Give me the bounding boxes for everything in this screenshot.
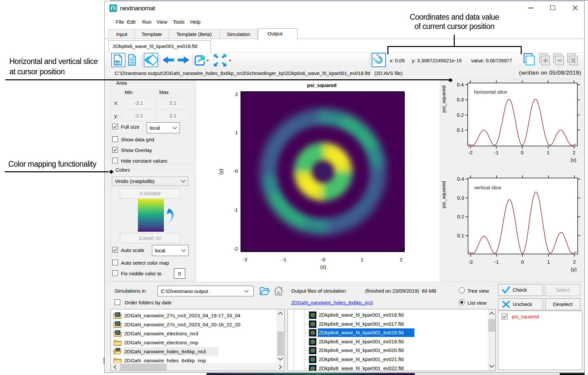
svg-text:-1: -1: [494, 150, 498, 155]
svg-text:0.1: 0.1: [457, 233, 464, 238]
svg-text:horizontal slice: horizontal slice: [474, 89, 507, 95]
svg-text:0.2: 0.2: [457, 112, 464, 118]
svg-text:(y): (y): [571, 266, 577, 272]
svg-text:(x): (x): [571, 157, 577, 163]
svg-text:0.4: 0.4: [457, 176, 464, 182]
svg-text:0.1: 0.1: [457, 127, 464, 133]
svg-text:-1: -1: [494, 259, 499, 265]
svg-text:-2: -2: [234, 246, 238, 252]
svg-text:vertical slice: vertical slice: [474, 185, 501, 190]
svg-text:1: 1: [361, 257, 363, 262]
svg-text:2: 2: [400, 257, 402, 262]
svg-text:0: 0: [521, 259, 524, 265]
svg-text:(x): (x): [320, 264, 326, 270]
svg-text:1: 1: [547, 150, 549, 155]
svg-text:1: 1: [547, 259, 550, 265]
svg-text:-2: -2: [468, 150, 472, 155]
svg-text:-2: -2: [243, 257, 247, 262]
svg-text:2: 2: [573, 259, 576, 265]
svg-text:-1: -1: [234, 207, 238, 213]
svg-text:0.3: 0.3: [457, 97, 464, 102]
svg-text:-0: -0: [321, 257, 325, 262]
svg-text:2: 2: [573, 150, 575, 155]
svg-text:-2: -2: [468, 259, 473, 265]
svg-text:-0: -0: [234, 168, 238, 174]
svg-text:0: 0: [521, 150, 523, 155]
svg-text:0.4: 0.4: [457, 82, 464, 87]
svg-text:0.3: 0.3: [457, 195, 464, 201]
svg-text:-1: -1: [282, 257, 286, 262]
svg-text:psi_squared: psi_squared: [441, 85, 446, 113]
svg-text:0.2: 0.2: [457, 214, 464, 219]
svg-text:1: 1: [235, 130, 238, 135]
svg-text:2: 2: [235, 91, 238, 97]
svg-text:(y): (y): [218, 169, 224, 175]
svg-text:psi_squared: psi_squared: [441, 181, 446, 208]
